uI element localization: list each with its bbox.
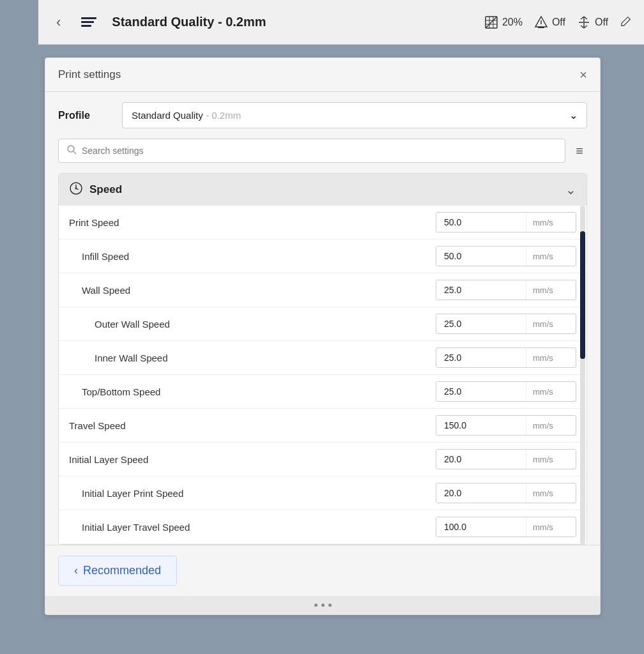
- panel-header: Print settings ×: [45, 58, 600, 92]
- svg-point-19: [68, 146, 74, 152]
- search-row: ≡: [45, 139, 600, 173]
- menu-lines-button[interactable]: ≡: [572, 140, 587, 162]
- setting-input-wrapper: mm/s: [436, 347, 576, 368]
- setting-unit: mm/s: [526, 213, 560, 232]
- close-button[interactable]: ×: [579, 68, 587, 81]
- setting-input-wrapper: mm/s: [436, 212, 576, 232]
- setting-name: Inner Wall Speed: [95, 353, 436, 363]
- profile-label: Profile: [58, 110, 109, 121]
- search-wrapper: [58, 139, 565, 163]
- profile-icon: [79, 12, 99, 33]
- back-button[interactable]: ‹: [51, 11, 66, 33]
- setting-value-input[interactable]: [436, 213, 526, 232]
- setting-value-input[interactable]: [436, 382, 526, 401]
- setting-input-wrapper: mm/s: [436, 381, 576, 402]
- dot-3: [328, 604, 332, 607]
- infill-control[interactable]: 20%: [484, 15, 523, 29]
- setting-name: Initial Layer Travel Speed: [82, 522, 436, 533]
- speed-icon: [69, 181, 83, 198]
- search-input[interactable]: [82, 146, 557, 156]
- setting-unit: mm/s: [526, 281, 560, 300]
- dot-2: [321, 604, 325, 607]
- svg-rect-1: [81, 21, 94, 23]
- top-bar-title: Standard Quality - 0.2mm: [112, 15, 471, 29]
- adhesion-value: Off: [595, 17, 608, 28]
- panel-title: Print settings: [58, 68, 121, 81]
- recommended-button[interactable]: ‹ Recommended: [58, 556, 177, 586]
- setting-unit: mm/s: [526, 416, 560, 435]
- setting-value-input[interactable]: [436, 280, 526, 300]
- setting-value-input[interactable]: [436, 314, 526, 333]
- print-settings-panel: Print settings × Profile Standard Qualit…: [45, 57, 601, 615]
- setting-input-wrapper: mm/s: [436, 415, 576, 436]
- search-icon: [66, 144, 77, 157]
- svg-rect-0: [81, 17, 96, 19]
- svg-rect-11: [538, 27, 544, 28]
- speed-section-title: Speed: [89, 183, 559, 196]
- setting-row: Inner Wall Speedmm/s: [59, 341, 586, 375]
- bottom-bar: ‹ Recommended: [45, 545, 600, 596]
- section-header-speed[interactable]: Speed ⌄: [59, 174, 586, 206]
- setting-row: Travel Speedmm/s: [59, 409, 586, 443]
- top-bar-controls: 20% Off: [484, 15, 632, 30]
- dot-1: [314, 604, 318, 607]
- setting-value-input[interactable]: [436, 247, 526, 266]
- setting-unit: mm/s: [526, 349, 560, 367]
- support-control[interactable]: Off: [534, 15, 565, 29]
- setting-name: Outer Wall Speed: [95, 319, 436, 330]
- support-icon: [534, 15, 548, 29]
- setting-input-wrapper: mm/s: [436, 483, 576, 503]
- setting-input-wrapper: mm/s: [436, 517, 576, 537]
- speed-section-chevron: ⌄: [565, 182, 576, 197]
- setting-name: Initial Layer Speed: [69, 454, 436, 465]
- setting-unit: mm/s: [526, 247, 560, 266]
- setting-value-input[interactable]: [436, 416, 526, 435]
- adhesion-control[interactable]: Off: [577, 15, 608, 29]
- infill-value: 20%: [502, 17, 523, 28]
- profile-select-main: Standard Quality: [132, 110, 203, 121]
- chevron-down-icon: ⌄: [569, 109, 578, 121]
- recommended-label: Recommended: [83, 564, 161, 577]
- profile-row: Profile Standard Quality - 0.2mm ⌄: [45, 92, 600, 139]
- setting-row: Top/Bottom Speedmm/s: [59, 375, 586, 409]
- profile-select-dropdown[interactable]: Standard Quality - 0.2mm ⌄: [122, 102, 587, 128]
- edit-icon[interactable]: [620, 15, 632, 30]
- support-value: Off: [552, 17, 565, 28]
- setting-row: Wall Speedmm/s: [59, 273, 586, 307]
- setting-row: Initial Layer Travel Speedmm/s: [59, 510, 586, 544]
- setting-unit: mm/s: [526, 315, 560, 333]
- back-chevron-icon: ‹: [74, 564, 78, 577]
- scrollbar-thumb[interactable]: [580, 231, 585, 359]
- setting-unit: mm/s: [526, 518, 560, 536]
- settings-list: Print Speedmm/sInfill Speedmm/sWall Spee…: [59, 206, 586, 544]
- setting-name: Print Speed: [69, 217, 436, 228]
- svg-line-8: [486, 17, 497, 28]
- speed-section: Speed ⌄ Print Speedmm/sInfill Speedmm/sW…: [58, 173, 587, 545]
- setting-row: Initial Layer Speedmm/s: [59, 443, 586, 476]
- setting-unit: mm/s: [526, 450, 560, 469]
- setting-value-input[interactable]: [436, 348, 526, 367]
- setting-unit: mm/s: [526, 383, 560, 401]
- adhesion-icon: [577, 15, 591, 29]
- svg-rect-2: [81, 25, 91, 27]
- setting-row: Infill Speedmm/s: [59, 240, 586, 273]
- scrollbar-track[interactable]: [580, 206, 585, 544]
- setting-input-wrapper: mm/s: [436, 246, 576, 266]
- setting-name: Infill Speed: [82, 251, 436, 262]
- setting-name: Initial Layer Print Speed: [82, 488, 436, 499]
- setting-value-input[interactable]: [436, 517, 526, 536]
- setting-input-wrapper: mm/s: [436, 314, 576, 334]
- setting-name: Wall Speed: [82, 285, 436, 296]
- setting-row: Print Speedmm/s: [59, 206, 586, 240]
- setting-input-wrapper: mm/s: [436, 449, 576, 469]
- dots-bar: [45, 596, 600, 614]
- setting-row: Outer Wall Speedmm/s: [59, 307, 586, 341]
- setting-value-input[interactable]: [436, 483, 526, 503]
- infill-icon: [484, 15, 498, 29]
- setting-row: Initial Layer Print Speedmm/s: [59, 476, 586, 510]
- profile-select-sub: - 0.2mm: [206, 110, 241, 121]
- setting-value-input[interactable]: [436, 450, 526, 469]
- top-bar: ‹ Standard Quality - 0.2mm 20%: [38, 0, 644, 45]
- svg-line-20: [73, 151, 76, 154]
- main-container: ‹ Standard Quality - 0.2mm 20%: [38, 0, 644, 654]
